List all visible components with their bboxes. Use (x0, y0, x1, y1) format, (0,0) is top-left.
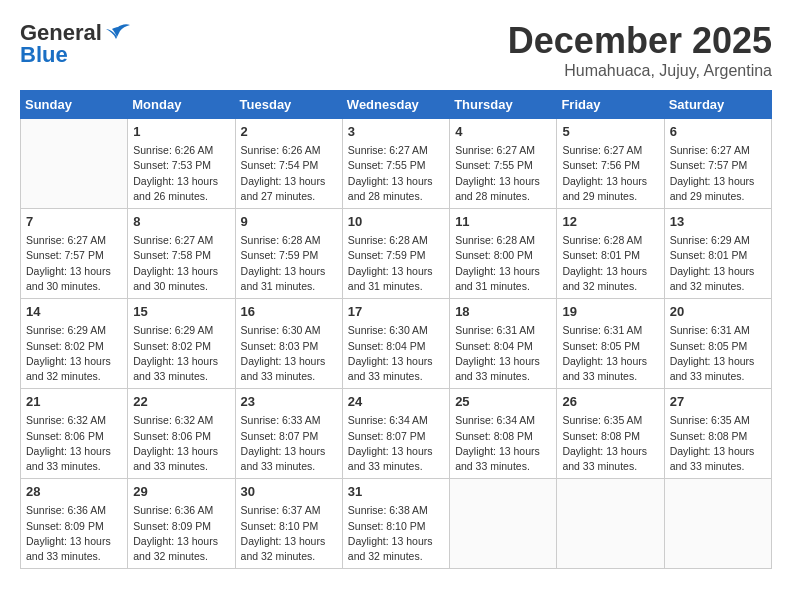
logo: General Blue (20, 20, 132, 68)
week-row-1: 1Sunrise: 6:26 AM Sunset: 7:53 PM Daylig… (21, 119, 772, 209)
day-info: Sunrise: 6:27 AM Sunset: 7:56 PM Dayligh… (562, 143, 658, 204)
calendar-cell: 18Sunrise: 6:31 AM Sunset: 8:04 PM Dayli… (450, 299, 557, 389)
day-info: Sunrise: 6:31 AM Sunset: 8:05 PM Dayligh… (562, 323, 658, 384)
weekday-header-saturday: Saturday (664, 91, 771, 119)
day-info: Sunrise: 6:34 AM Sunset: 8:08 PM Dayligh… (455, 413, 551, 474)
day-info: Sunrise: 6:31 AM Sunset: 8:04 PM Dayligh… (455, 323, 551, 384)
weekday-header-sunday: Sunday (21, 91, 128, 119)
weekday-header-friday: Friday (557, 91, 664, 119)
calendar-cell (557, 479, 664, 569)
calendar-cell: 14Sunrise: 6:29 AM Sunset: 8:02 PM Dayli… (21, 299, 128, 389)
calendar-cell: 25Sunrise: 6:34 AM Sunset: 8:08 PM Dayli… (450, 389, 557, 479)
weekday-header-row: SundayMondayTuesdayWednesdayThursdayFrid… (21, 91, 772, 119)
weekday-header-thursday: Thursday (450, 91, 557, 119)
calendar-cell: 22Sunrise: 6:32 AM Sunset: 8:06 PM Dayli… (128, 389, 235, 479)
day-info: Sunrise: 6:28 AM Sunset: 7:59 PM Dayligh… (241, 233, 337, 294)
day-info: Sunrise: 6:29 AM Sunset: 8:02 PM Dayligh… (26, 323, 122, 384)
day-info: Sunrise: 6:29 AM Sunset: 8:02 PM Dayligh… (133, 323, 229, 384)
logo-blue-text: Blue (20, 42, 68, 68)
day-number: 1 (133, 123, 229, 141)
day-info: Sunrise: 6:27 AM Sunset: 7:55 PM Dayligh… (455, 143, 551, 204)
calendar-cell: 1Sunrise: 6:26 AM Sunset: 7:53 PM Daylig… (128, 119, 235, 209)
week-row-2: 7Sunrise: 6:27 AM Sunset: 7:57 PM Daylig… (21, 209, 772, 299)
calendar-cell: 13Sunrise: 6:29 AM Sunset: 8:01 PM Dayli… (664, 209, 771, 299)
day-info: Sunrise: 6:27 AM Sunset: 7:57 PM Dayligh… (670, 143, 766, 204)
calendar-cell: 17Sunrise: 6:30 AM Sunset: 8:04 PM Dayli… (342, 299, 449, 389)
calendar-cell: 7Sunrise: 6:27 AM Sunset: 7:57 PM Daylig… (21, 209, 128, 299)
day-number: 30 (241, 483, 337, 501)
day-number: 17 (348, 303, 444, 321)
day-info: Sunrise: 6:28 AM Sunset: 8:00 PM Dayligh… (455, 233, 551, 294)
day-number: 14 (26, 303, 122, 321)
day-info: Sunrise: 6:36 AM Sunset: 8:09 PM Dayligh… (133, 503, 229, 564)
calendar-cell: 20Sunrise: 6:31 AM Sunset: 8:05 PM Dayli… (664, 299, 771, 389)
logo-bird-icon (104, 23, 132, 43)
calendar-cell: 5Sunrise: 6:27 AM Sunset: 7:56 PM Daylig… (557, 119, 664, 209)
day-number: 10 (348, 213, 444, 231)
week-row-3: 14Sunrise: 6:29 AM Sunset: 8:02 PM Dayli… (21, 299, 772, 389)
day-number: 12 (562, 213, 658, 231)
day-number: 8 (133, 213, 229, 231)
calendar-cell: 4Sunrise: 6:27 AM Sunset: 7:55 PM Daylig… (450, 119, 557, 209)
day-info: Sunrise: 6:37 AM Sunset: 8:10 PM Dayligh… (241, 503, 337, 564)
day-number: 16 (241, 303, 337, 321)
day-number: 20 (670, 303, 766, 321)
day-number: 7 (26, 213, 122, 231)
calendar-cell: 27Sunrise: 6:35 AM Sunset: 8:08 PM Dayli… (664, 389, 771, 479)
day-number: 26 (562, 393, 658, 411)
day-info: Sunrise: 6:26 AM Sunset: 7:54 PM Dayligh… (241, 143, 337, 204)
weekday-header-monday: Monday (128, 91, 235, 119)
calendar-cell: 23Sunrise: 6:33 AM Sunset: 8:07 PM Dayli… (235, 389, 342, 479)
day-number: 28 (26, 483, 122, 501)
calendar-cell: 12Sunrise: 6:28 AM Sunset: 8:01 PM Dayli… (557, 209, 664, 299)
calendar-cell: 8Sunrise: 6:27 AM Sunset: 7:58 PM Daylig… (128, 209, 235, 299)
day-number: 15 (133, 303, 229, 321)
day-info: Sunrise: 6:36 AM Sunset: 8:09 PM Dayligh… (26, 503, 122, 564)
calendar-cell: 30Sunrise: 6:37 AM Sunset: 8:10 PM Dayli… (235, 479, 342, 569)
day-number: 23 (241, 393, 337, 411)
day-info: Sunrise: 6:27 AM Sunset: 7:58 PM Dayligh… (133, 233, 229, 294)
calendar-table: SundayMondayTuesdayWednesdayThursdayFrid… (20, 90, 772, 569)
day-info: Sunrise: 6:33 AM Sunset: 8:07 PM Dayligh… (241, 413, 337, 474)
day-info: Sunrise: 6:27 AM Sunset: 7:57 PM Dayligh… (26, 233, 122, 294)
day-number: 24 (348, 393, 444, 411)
day-info: Sunrise: 6:32 AM Sunset: 8:06 PM Dayligh… (133, 413, 229, 474)
day-info: Sunrise: 6:32 AM Sunset: 8:06 PM Dayligh… (26, 413, 122, 474)
day-info: Sunrise: 6:34 AM Sunset: 8:07 PM Dayligh… (348, 413, 444, 474)
location-subtitle: Humahuaca, Jujuy, Argentina (508, 62, 772, 80)
calendar-cell: 31Sunrise: 6:38 AM Sunset: 8:10 PM Dayli… (342, 479, 449, 569)
page-header: General Blue December 2025 Humahuaca, Ju… (20, 20, 772, 80)
day-number: 19 (562, 303, 658, 321)
calendar-cell (21, 119, 128, 209)
day-info: Sunrise: 6:26 AM Sunset: 7:53 PM Dayligh… (133, 143, 229, 204)
day-number: 27 (670, 393, 766, 411)
day-number: 22 (133, 393, 229, 411)
day-info: Sunrise: 6:38 AM Sunset: 8:10 PM Dayligh… (348, 503, 444, 564)
day-info: Sunrise: 6:30 AM Sunset: 8:04 PM Dayligh… (348, 323, 444, 384)
day-number: 5 (562, 123, 658, 141)
day-info: Sunrise: 6:27 AM Sunset: 7:55 PM Dayligh… (348, 143, 444, 204)
weekday-header-wednesday: Wednesday (342, 91, 449, 119)
day-info: Sunrise: 6:30 AM Sunset: 8:03 PM Dayligh… (241, 323, 337, 384)
calendar-cell: 24Sunrise: 6:34 AM Sunset: 8:07 PM Dayli… (342, 389, 449, 479)
day-number: 31 (348, 483, 444, 501)
calendar-cell: 29Sunrise: 6:36 AM Sunset: 8:09 PM Dayli… (128, 479, 235, 569)
calendar-cell: 19Sunrise: 6:31 AM Sunset: 8:05 PM Dayli… (557, 299, 664, 389)
day-info: Sunrise: 6:31 AM Sunset: 8:05 PM Dayligh… (670, 323, 766, 384)
day-number: 2 (241, 123, 337, 141)
calendar-cell: 10Sunrise: 6:28 AM Sunset: 7:59 PM Dayli… (342, 209, 449, 299)
weekday-header-tuesday: Tuesday (235, 91, 342, 119)
calendar-cell: 28Sunrise: 6:36 AM Sunset: 8:09 PM Dayli… (21, 479, 128, 569)
day-number: 13 (670, 213, 766, 231)
title-block: December 2025 Humahuaca, Jujuy, Argentin… (508, 20, 772, 80)
day-number: 9 (241, 213, 337, 231)
calendar-cell: 26Sunrise: 6:35 AM Sunset: 8:08 PM Dayli… (557, 389, 664, 479)
day-number: 4 (455, 123, 551, 141)
calendar-cell: 21Sunrise: 6:32 AM Sunset: 8:06 PM Dayli… (21, 389, 128, 479)
calendar-cell: 11Sunrise: 6:28 AM Sunset: 8:00 PM Dayli… (450, 209, 557, 299)
calendar-cell (450, 479, 557, 569)
day-info: Sunrise: 6:35 AM Sunset: 8:08 PM Dayligh… (670, 413, 766, 474)
day-info: Sunrise: 6:35 AM Sunset: 8:08 PM Dayligh… (562, 413, 658, 474)
calendar-cell (664, 479, 771, 569)
day-number: 21 (26, 393, 122, 411)
